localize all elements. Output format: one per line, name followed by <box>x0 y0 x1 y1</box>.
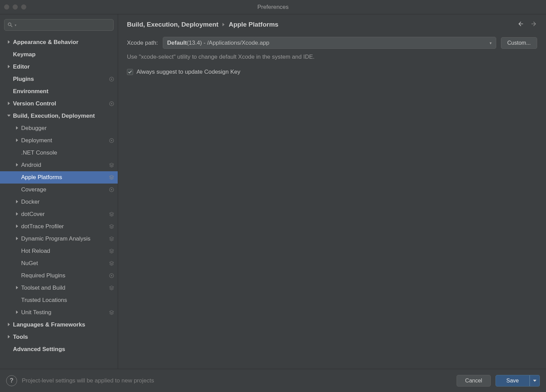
tree-item-label: Trusted Locations <box>21 297 114 304</box>
search-filter-dropdown-icon[interactable]: ▾ <box>15 23 16 27</box>
tree-item-label: Plugins <box>13 76 109 83</box>
tree-item-required-plugins[interactable]: Required Plugins <box>0 270 118 282</box>
svg-point-3 <box>111 103 112 104</box>
codesign-checkbox[interactable] <box>127 69 133 75</box>
chevron-right-icon <box>222 22 225 27</box>
tree-item-hot-reload[interactable]: Hot Reload <box>0 245 118 257</box>
tree-item-trusted-locations[interactable]: Trusted Locations <box>0 294 118 306</box>
nav-back-button[interactable] <box>517 20 524 29</box>
tree-item-label: Toolset and Build <box>21 285 109 291</box>
tree-item-advanced-settings[interactable]: Advanced Settings <box>0 343 118 355</box>
tree-item-label: Environment <box>13 88 114 95</box>
tree-item-editor[interactable]: Editor <box>0 61 118 73</box>
tree-item-languages-frameworks[interactable]: Languages & Frameworks <box>0 319 118 331</box>
titlebar: Preferences <box>0 0 546 14</box>
main-panel: Build, Execution, Deployment Apple Platf… <box>118 14 546 369</box>
nav-forward-button[interactable] <box>530 20 537 29</box>
tree-item-unit-testing[interactable]: Unit Testing <box>0 306 118 319</box>
tree-item-label: Languages & Frameworks <box>13 321 114 328</box>
chevron-right-icon[interactable] <box>6 40 12 45</box>
project-settings-icon <box>109 273 114 278</box>
layered-settings-icon <box>109 248 114 254</box>
xcode-path-select[interactable]: Default (13.4) - /Applications/Xcode.app… <box>163 37 496 49</box>
layered-settings-icon <box>109 212 114 217</box>
tree-item-tools[interactable]: Tools <box>0 331 118 343</box>
breadcrumb-parent[interactable]: Build, Execution, Deployment <box>127 21 218 28</box>
chevron-right-icon[interactable] <box>14 163 20 168</box>
breadcrumb-current: Apple Platforms <box>229 21 278 28</box>
layered-settings-icon <box>109 224 114 229</box>
chevron-right-icon[interactable] <box>6 335 12 339</box>
sidebar: ▾ Appearance & BehaviorKeymapEditorPlugi… <box>0 14 118 369</box>
layered-settings-icon <box>109 236 114 242</box>
xcode-hint-text: Use "xcode-select" utility to change def… <box>127 54 537 60</box>
chevron-right-icon[interactable] <box>6 101 12 106</box>
chevron-right-icon[interactable] <box>6 322 12 327</box>
tree-item-coverage[interactable]: Coverage <box>0 184 118 196</box>
svg-point-1 <box>111 78 112 80</box>
minimize-window-button[interactable] <box>13 4 18 10</box>
tree-item-appearance-behavior[interactable]: Appearance & Behavior <box>0 36 118 48</box>
layered-settings-icon <box>109 310 114 315</box>
chevron-right-icon[interactable] <box>14 224 20 229</box>
chevron-right-icon[interactable] <box>14 212 20 217</box>
tree-item-label: dotCover <box>21 211 109 218</box>
project-settings-icon <box>109 101 114 106</box>
tree-item-android[interactable]: Android <box>0 159 118 171</box>
tree-item-toolset-and-build[interactable]: Toolset and Build <box>0 282 118 294</box>
tree-item-dotcover[interactable]: dotCover <box>0 208 118 220</box>
tree-item-label: Keymap <box>13 51 114 58</box>
tree-item-apple-platforms[interactable]: Apple Platforms <box>0 171 118 184</box>
codesign-checkbox-label[interactable]: Always suggest to update Codesign Key <box>136 69 240 75</box>
zoom-window-button[interactable] <box>21 4 26 10</box>
custom-button[interactable]: Custom... <box>501 37 537 49</box>
tree-item-label: .NET Console <box>21 149 114 156</box>
chevron-right-icon[interactable] <box>14 310 20 315</box>
tree-item-plugins[interactable]: Plugins <box>0 73 118 85</box>
search-input[interactable]: ▾ <box>4 19 114 31</box>
tree-item-label: Tools <box>13 334 114 340</box>
help-button[interactable]: ? <box>6 375 17 386</box>
check-icon <box>128 70 132 74</box>
chevron-right-icon[interactable] <box>6 64 12 69</box>
tree-item-label: NuGet <box>21 260 109 267</box>
tree-item-label: Android <box>21 162 109 169</box>
tree-item-nuget[interactable]: NuGet <box>0 257 118 270</box>
layered-settings-icon <box>109 261 114 266</box>
tree-item-version-control[interactable]: Version Control <box>0 98 118 110</box>
tree-item-dynamic-program-analysis[interactable]: Dynamic Program Analysis <box>0 233 118 245</box>
tree-item-keymap[interactable]: Keymap <box>0 48 118 61</box>
chevron-down-icon[interactable] <box>6 114 12 118</box>
tree-item-label: Coverage <box>21 186 109 193</box>
xcode-path-value-bold: Default <box>167 40 187 46</box>
tree-item-deployment[interactable]: Deployment <box>0 134 118 147</box>
tree-item--net-console[interactable]: .NET Console <box>0 147 118 159</box>
tree-item-dottrace-profiler[interactable]: dotTrace Profiler <box>0 220 118 233</box>
tree-item-label: Deployment <box>21 137 109 144</box>
chevron-down-icon: ▼ <box>489 41 492 45</box>
window-title: Preferences <box>0 4 546 11</box>
chevron-right-icon[interactable] <box>14 236 20 241</box>
svg-point-7 <box>111 189 112 190</box>
chevron-right-icon[interactable] <box>14 200 20 204</box>
chevron-right-icon[interactable] <box>14 126 20 131</box>
chevron-right-icon[interactable] <box>14 286 20 290</box>
tree-item-label: Dynamic Program Analysis <box>21 235 109 242</box>
save-dropdown-button[interactable] <box>530 375 540 387</box>
tree-item-label: Debugger <box>21 125 114 132</box>
xcode-path-value-rest: (13.4) - /Applications/Xcode.app <box>187 40 269 46</box>
tree-item-label: Unit Testing <box>21 309 109 316</box>
xcode-path-label: Xcode path: <box>127 40 158 46</box>
tree-item-label: Advanced Settings <box>13 346 114 353</box>
layered-settings-icon <box>109 285 114 291</box>
chevron-right-icon[interactable] <box>14 138 20 143</box>
tree-item-debugger[interactable]: Debugger <box>0 122 118 134</box>
tree-item-build-execution-deployment[interactable]: Build, Execution, Deployment <box>0 110 118 122</box>
tree-item-docker[interactable]: Docker <box>0 196 118 208</box>
tree-item-environment[interactable]: Environment <box>0 85 118 98</box>
close-window-button[interactable] <box>4 4 9 10</box>
cancel-button[interactable]: Cancel <box>457 375 491 387</box>
chevron-down-icon <box>533 379 536 382</box>
save-button[interactable]: Save <box>495 375 530 387</box>
tree-item-label: Apple Platforms <box>21 174 109 181</box>
